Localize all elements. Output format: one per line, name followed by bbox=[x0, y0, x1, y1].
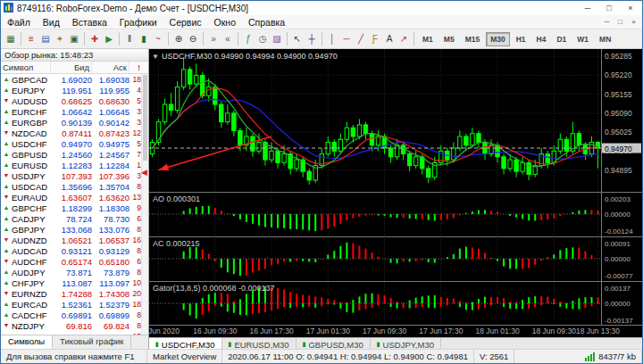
ask-value: 1.06645 bbox=[92, 107, 129, 117]
tick-down-icon: ▼ bbox=[1, 192, 12, 203]
crosshair-icon[interactable]: ┼ bbox=[305, 31, 319, 47]
data-window-icon[interactable]: ▤ bbox=[38, 31, 53, 47]
market-watch-row[interactable]: ▲USDCHF0.949700.949755 bbox=[1, 138, 148, 149]
column-header-3[interactable]: ! bbox=[129, 62, 142, 73]
scrollbar-thumb[interactable] bbox=[143, 75, 147, 161]
svg-text:0.00203: 0.00203 bbox=[605, 195, 630, 203]
market-watch-row[interactable]: ▲AUDJPY73.87173.8798 bbox=[1, 267, 148, 277]
trendline-icon[interactable]: ╱ bbox=[354, 31, 368, 47]
market-watch-icon[interactable]: ≡ bbox=[24, 31, 38, 47]
column-header-0[interactable]: Символ bbox=[1, 62, 51, 73]
market-watch-row[interactable]: ▲GBPJPY133.068133.0768 bbox=[1, 224, 148, 235]
market-watch-row[interactable]: ▲EURJPY119.951119.9554 bbox=[1, 85, 148, 95]
timeframe-h1-button[interactable]: H1 bbox=[512, 32, 530, 46]
cursor-icon[interactable]: ↖ bbox=[290, 31, 305, 47]
market-watch-scrollbar[interactable] bbox=[141, 74, 148, 335]
horizontal-line-icon[interactable]: ─ bbox=[339, 31, 354, 47]
timeframe-m5-button[interactable]: M5 bbox=[439, 32, 459, 46]
market-watch-row[interactable]: ▲EURCAD1.523611.5237918 bbox=[1, 299, 148, 310]
bid-value: 119.951 bbox=[51, 86, 92, 95]
zoom-in-icon[interactable]: ⊕ bbox=[171, 31, 186, 47]
menu-item-tools[interactable]: Сервис bbox=[163, 17, 208, 28]
menu-item-help[interactable]: Справка bbox=[242, 17, 291, 28]
zoom-out-icon[interactable]: ⊖ bbox=[186, 31, 200, 47]
menu-item-file[interactable]: Файл bbox=[1, 17, 37, 28]
fibonacci-icon[interactable]: Ƒ bbox=[368, 31, 382, 47]
symbol-name: EURCHF bbox=[12, 107, 51, 117]
child-restore-button[interactable]: □ bbox=[614, 18, 627, 26]
text-icon[interactable]: A bbox=[382, 31, 397, 47]
market-watch-row[interactable]: ▼NZDCAD0.874110.8742312 bbox=[1, 128, 148, 138]
child-close-button[interactable]: × bbox=[627, 18, 640, 26]
new-order-icon[interactable]: ✚ bbox=[88, 31, 102, 47]
menu-item-insert[interactable]: Вставка bbox=[66, 17, 113, 28]
indicators-icon[interactable]: ƒ bbox=[241, 31, 255, 47]
ask-value: 0.87423 bbox=[92, 128, 129, 138]
market-watch-row[interactable]: ▼USDJPY107.393107.3963 bbox=[1, 170, 148, 181]
periods-icon[interactable]: ◷ bbox=[255, 31, 270, 47]
market-watch-row[interactable]: ▼EURAUD1.636071.6362013 bbox=[1, 192, 148, 203]
market-watch-row[interactable]: ▲CHFJPY113.087113.09710 bbox=[1, 277, 148, 288]
market-watch-row[interactable]: ▼AUDNZD1.065211.0653716 bbox=[1, 235, 148, 245]
ac-pane-label: AC 0.000215 bbox=[153, 239, 200, 248]
autotrading-icon[interactable]: ▶ bbox=[102, 31, 116, 47]
market-watch-row[interactable]: ▲USDCAD1.356961.357048 bbox=[1, 181, 148, 192]
market-watch-row[interactable]: ▲GBPCHF1.182991.183089 bbox=[1, 203, 148, 213]
market-watch-row[interactable]: ▲EURUSD1.122831.122841 bbox=[1, 160, 148, 170]
spread-value: 8 bbox=[129, 268, 142, 277]
ask-value: 1.69038 bbox=[92, 75, 129, 85]
symbol-name: USDJPY bbox=[12, 171, 51, 181]
market-watch-row[interactable]: ▼NZDJPY69.81669.8248 bbox=[1, 320, 148, 331]
timeframe-h4-button[interactable]: H4 bbox=[532, 32, 551, 46]
market-watch-row[interactable]: ▲GBPUSD1.245601.245677 bbox=[1, 149, 148, 160]
chart-shift-icon[interactable]: « bbox=[221, 31, 235, 47]
market-watch-row[interactable]: ▲CADCHF0.698910.698998 bbox=[1, 310, 148, 320]
menu-item-view[interactable]: Вид bbox=[37, 17, 66, 28]
bid-value: 78.724 bbox=[51, 214, 92, 224]
child-minimize-button[interactable]: ─ bbox=[600, 18, 614, 26]
symbol-name: EURNZD bbox=[12, 289, 51, 299]
arrows-icon[interactable]: ↗ bbox=[397, 31, 411, 47]
spread-value: 8 bbox=[129, 182, 142, 191]
market-watch-tab-symbols[interactable]: Символы bbox=[1, 335, 53, 349]
price-chart[interactable]: AO 0.0003010.002030.00000-0.00124AC 0.00… bbox=[149, 49, 642, 326]
navigator-icon[interactable]: ✦ bbox=[53, 31, 67, 47]
tick-up-icon: ▲ bbox=[1, 106, 12, 117]
templates-icon[interactable]: ▨ bbox=[270, 31, 284, 47]
bid-value: 0.93121 bbox=[51, 246, 92, 256]
timeframe-m30-button[interactable]: M30 bbox=[486, 32, 510, 46]
vertical-line-icon[interactable]: │ bbox=[325, 31, 339, 47]
market-watch-row[interactable]: ▼EURNZD1.742881.7430820 bbox=[1, 288, 148, 299]
menu-item-charts[interactable]: Графики bbox=[113, 17, 163, 28]
tick-up-icon: ▲ bbox=[1, 203, 12, 213]
new-chart-icon[interactable]: ▦ bbox=[4, 31, 18, 47]
ask-value: 0.69899 bbox=[92, 310, 129, 320]
market-watch-row[interactable]: ▲GBPCAD1.690201.6903818 bbox=[1, 74, 148, 85]
terminal-icon[interactable]: ▣ bbox=[67, 31, 81, 47]
timeframe-m15-button[interactable]: M15 bbox=[461, 32, 485, 46]
close-button[interactable]: × bbox=[622, 2, 639, 14]
market-watch-row[interactable]: ▲EURCHF1.066421.066453 bbox=[1, 106, 148, 117]
timeframe-m1-button[interactable]: M1 bbox=[418, 32, 438, 46]
minimize-button[interactable]: ─ bbox=[579, 2, 597, 14]
candlestick-chart-icon[interactable]: ▮ bbox=[137, 31, 151, 47]
bar-chart-icon[interactable]: ǁ bbox=[122, 31, 137, 47]
spread-value: 13 bbox=[129, 193, 142, 202]
status-spacer bbox=[514, 350, 580, 363]
column-header-1[interactable]: Бид bbox=[51, 62, 92, 73]
market-watch-row[interactable]: ▲AUDCAD0.931210.931298 bbox=[1, 245, 148, 256]
market-watch-row[interactable]: ▲CADJPY78.72478.7306 bbox=[1, 213, 148, 224]
market-watch-row[interactable]: ▼AUDCHF0.651740.651806 bbox=[1, 256, 148, 267]
line-chart-icon[interactable]: ~ bbox=[151, 31, 165, 47]
auto-scroll-icon[interactable]: » bbox=[206, 31, 221, 47]
menu-item-window[interactable]: Окно bbox=[208, 17, 242, 28]
column-header-2[interactable]: Аск bbox=[92, 62, 129, 73]
time-axis[interactable]: 16 Jun 202016 Jun 09:3016 Jun 17:3017 Ju… bbox=[149, 326, 642, 337]
market-watch-row[interactable]: ▲EURGBP0.901390.901423 bbox=[1, 117, 148, 128]
timeframe-d1-button[interactable]: D1 bbox=[552, 32, 571, 46]
timeframe-w1-button[interactable]: W1 bbox=[572, 32, 593, 46]
maximize-button[interactable]: □ bbox=[600, 2, 618, 14]
market-watch-tab-tick-chart[interactable]: Тиковый график bbox=[53, 335, 131, 349]
market-watch-row[interactable]: ▼AUDUSD0.686250.686305 bbox=[1, 95, 148, 106]
timeframe-mn-button[interactable]: MN bbox=[595, 32, 615, 46]
